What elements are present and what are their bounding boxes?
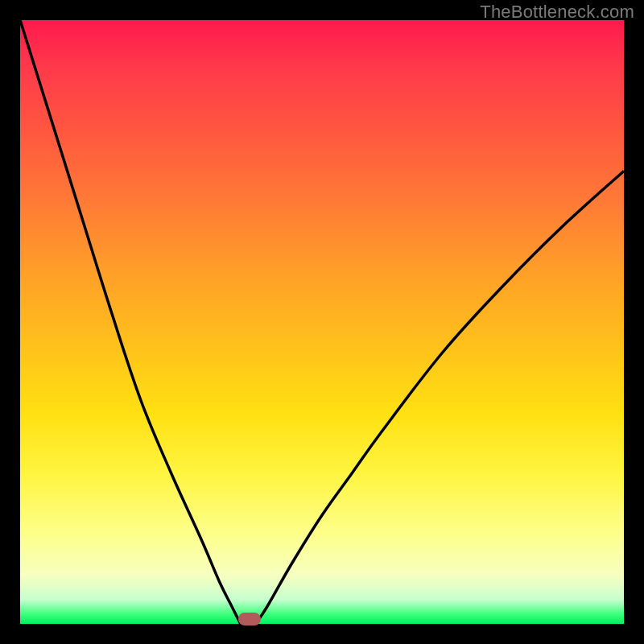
optimal-marker [238, 613, 261, 625]
plot-area [20, 20, 624, 624]
bottleneck-curve [20, 20, 624, 624]
chart-frame: TheBottleneck.com [0, 0, 644, 644]
right-curve [256, 171, 625, 625]
left-curve [20, 20, 241, 624]
